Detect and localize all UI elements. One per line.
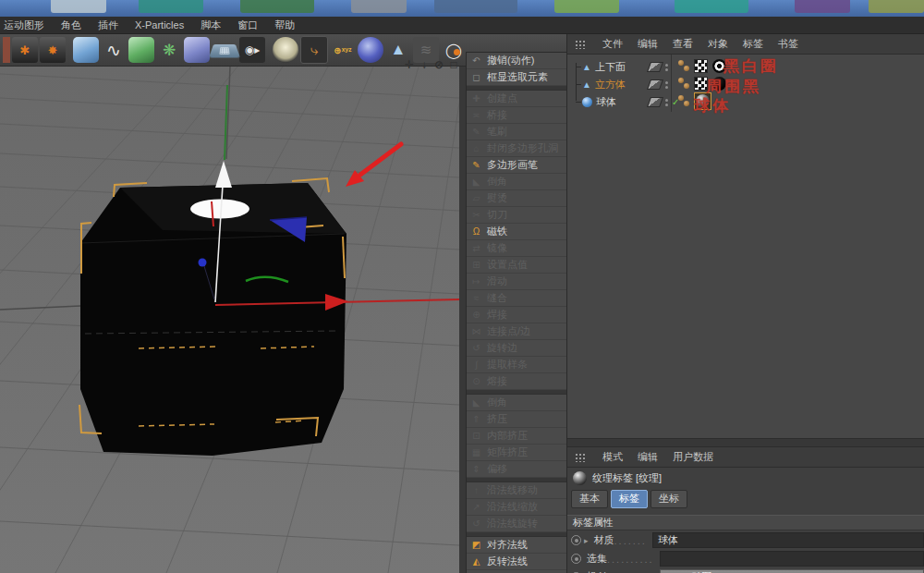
object-row-cube[interactable]: ▲ 立方体 [582,76,626,93]
visibility-dots[interactable] [665,99,668,106]
panel-grid-icon[interactable] [575,453,586,462]
menu-window[interactable]: 窗口 [237,18,258,32]
menu-item-rotate-along-normals[interactable]: ↺沿法线旋转 [467,516,566,532]
menu-item-bridge[interactable]: ≍桥接 [467,107,566,124]
object-name-selected[interactable]: 立方体 [595,78,626,91]
am-menu-edit[interactable]: 编辑 [638,450,658,464]
desktop-thumbnail [351,0,407,13]
expand-arrow-icon[interactable]: ▸ [584,536,589,545]
connect-icon: ⋈ [470,326,482,336]
light-bulb-icon[interactable] [273,37,298,63]
spline-pen-icon[interactable]: ∿ [101,37,127,63]
menu-item-extrude[interactable]: ⇑挤压 [467,411,566,428]
om-menu-objects[interactable]: 对象 [708,37,728,51]
menu-item-polygon-pen[interactable]: ✎多边形画笔 [467,157,566,174]
tab-basic[interactable]: 基本 [571,490,608,508]
menu-item-align-normals[interactable]: ◩对齐法线 [467,537,566,554]
menu-item-slide[interactable]: ↦滑动 [467,274,566,290]
tab-coordinates[interactable]: 坐标 [650,490,687,508]
panel-grid-icon[interactable] [575,40,586,49]
object-row-topbottom[interactable]: ▲ 上下面 [582,58,626,76]
visibility-balls[interactable] [678,77,690,91]
cinema4d-window: 运动图形 角色 插件 X-Particles 脚本 窗口 帮助 ✱ ✸ ∿ ❋ … [0,0,924,573]
make-editable-cube-icon[interactable] [128,37,154,63]
add-cube-icon[interactable] [73,37,99,63]
menu-item-set-point-value[interactable]: ⊞设置点值 [467,257,566,274]
layer-icon[interactable] [647,79,663,90]
object-row-sphere[interactable]: 球体 [582,93,616,111]
menu-xparticles[interactable]: X-Particles [135,19,184,30]
keyframe-circle-icon[interactable] [571,554,581,564]
deformer-cube-icon[interactable] [184,37,210,63]
menu-item-edge-to-spline[interactable]: ∫提取样条 [467,357,566,373]
am-menu-userdata[interactable]: 用户数据 [673,450,713,464]
rotate-icon[interactable]: ⊘ [432,58,445,71]
visibility-balls[interactable] [678,59,690,73]
menu-item-scale-along-normals[interactable]: ↗沿法线缩放 [467,499,566,516]
om-menu-edit[interactable]: 编辑 [638,37,658,51]
visibility-dots[interactable] [665,64,668,71]
dolly-icon[interactable]: ↓ [418,58,431,71]
menu-item-melt[interactable]: ⊙熔接 [467,373,566,390]
viewport-3d[interactable] [0,67,459,573]
menu-item-rotate-edge[interactable]: ↺旋转边 [467,340,566,357]
menu-item-close-polygon-hole[interactable]: ⌂封闭多边形孔洞 [467,140,566,157]
panel-divider[interactable] [459,67,466,573]
panel-splitter[interactable] [567,438,924,447]
material-field[interactable]: 球体 [652,532,924,548]
visibility-balls[interactable] [678,94,690,108]
modeling-generator-icon[interactable]: ❋ [156,37,182,63]
menu-item-brush[interactable]: ✎笔刷 [467,124,566,140]
menu-item-reverse-normals[interactable]: ◭反转法线 [467,554,566,570]
om-menu-view[interactable]: 查看 [673,37,693,51]
menu-item-bevel2[interactable]: ◣倒角 [467,395,566,411]
keyframe-circle-icon[interactable] [571,535,581,545]
menu-plugins[interactable]: 插件 [98,18,118,32]
menu-item-magnet[interactable]: Ω磁铁 [467,224,566,240]
menu-help[interactable]: 帮助 [274,18,295,32]
polygon-object-icon: ▲ [582,62,591,72]
environment-sphere-icon[interactable] [358,37,383,63]
visibility-dots[interactable] [665,81,668,89]
motion-clapper-icon[interactable]: ✸ [40,37,66,63]
om-menu-bookmarks[interactable]: 书签 [778,37,798,51]
maximize-icon[interactable]: □ [447,58,460,71]
xpresso-icon[interactable]: ⤷ [300,36,328,64]
menu-item-mirror[interactable]: ⇄镜像 [467,240,566,257]
blue-point-handle[interactable] [199,259,207,267]
selection-field[interactable] [660,551,924,567]
menu-item-move-along-normals[interactable]: ↑沿法线移动 [467,482,566,499]
menu-item-stitch-sew[interactable]: ≈缝合 [467,290,566,307]
clip-edge-icon[interactable] [3,37,10,63]
camera-icon[interactable]: ◉▸ [239,37,265,63]
menu-item-smooth-shift[interactable]: ⇕偏移 [467,461,566,478]
floor-grid-icon[interactable]: ▦ [209,44,240,58]
am-menu-mode[interactable]: 模式 [602,450,623,464]
coordinates-xyz-icon[interactable]: ⊕ˣʸᶻ [330,37,356,63]
menu-item-knife[interactable]: ✂切刀 [467,207,566,224]
om-menu-tags[interactable]: 标签 [743,37,763,51]
projection-dropdown[interactable]: UVW 贴图 [660,569,924,573]
tab-tag[interactable]: 标签 [611,490,648,508]
menu-item-bevel[interactable]: ◣倒角 [467,174,566,190]
object-name[interactable]: 球体 [596,95,616,109]
layer-icon[interactable] [647,62,663,72]
uvw-tag-icon[interactable] [694,59,708,73]
menu-item-iron[interactable]: ▱熨烫 [467,190,566,207]
film-clapper-icon[interactable]: ✱ [12,37,38,63]
menu-item-connect-points-edges[interactable]: ⋈连接点/边 [467,323,566,340]
menu-item-matrix-extrude[interactable]: ▦矩阵挤压 [467,445,566,461]
menu-character[interactable]: 角色 [61,18,81,32]
layer-icon[interactable] [647,97,663,107]
menu-script[interactable]: 脚本 [201,18,221,32]
menu-mograph[interactable]: 运动图形 [4,18,44,32]
om-menu-file[interactable]: 文件 [602,37,623,51]
menu-item-extrude-inner[interactable]: ⊡内部挤压 [467,428,566,445]
extrude-icon: ⇑ [470,414,482,424]
object-name[interactable]: 上下面 [595,60,626,74]
menu-item-frame-selected[interactable]: ◻框显选取元素 [467,69,566,86]
pan-icon[interactable]: ✛ [403,58,416,71]
menu-item-create-point[interactable]: ✚创建点 [467,91,566,107]
menu-item-undo-action[interactable]: ↶撤销(动作) [467,53,566,69]
menu-item-weld[interactable]: ⊕焊接 [467,307,566,323]
